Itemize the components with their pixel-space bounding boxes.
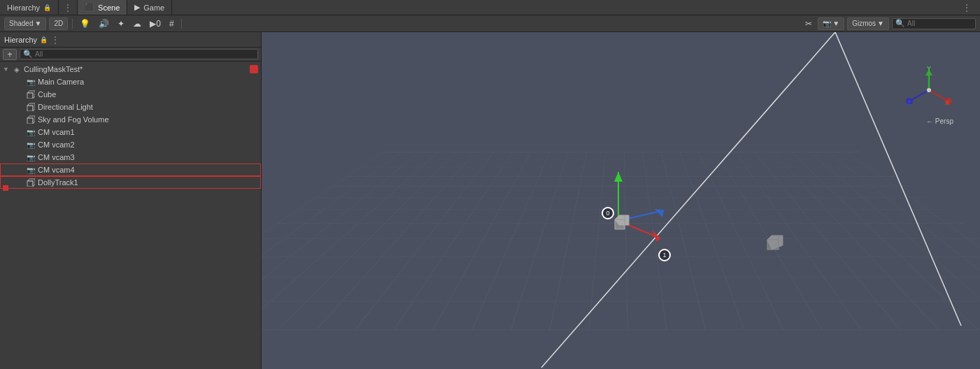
hierarchy-panel-header: Hierarchy 🔒 ⋮ [0, 32, 261, 48]
camera-dropdown[interactable]: 📷 ▼ [818, 17, 844, 30]
waypoint-1-label: 1 [658, 249, 671, 261]
svg-text:X: X [945, 99, 949, 106]
svg-rect-0 [27, 93, 33, 99]
camera-dropdown-arrow: ▼ [832, 20, 839, 27]
gizmos-dropdown[interactable]: Gizmos ▼ [847, 17, 889, 30]
svg-rect-9 [27, 181, 33, 187]
hierarchy-item-label: CM vcam2 [38, 140, 261, 149]
shading-arrow-icon: ▼ [34, 20, 41, 27]
gizmos-label: Gizmos [852, 20, 876, 27]
dolly-object-icon [26, 178, 36, 187]
svg-point-34 [927, 88, 931, 92]
svg-line-32 [910, 90, 929, 101]
scene-audio-btn[interactable]: 🔊 [96, 17, 112, 30]
top-tab-bar: Hierarchy 🔒 ⋮ ⬛ Scene ▶ Game ⋮ [0, 0, 980, 15]
scene-search-box[interactable]: 🔍 [892, 18, 976, 29]
scene-tool-btn[interactable]: ✂ [802, 17, 815, 30]
vcam2-object-icon: 📷 [26, 140, 36, 150]
hierarchy-item-label: Sky and Fog Volume [38, 115, 261, 124]
scene-toolbar: Shaded ▼ 2D 💡 🔊 ✦ ☁ ▶0 # ✂ 📷 ▼ Gizmos ▼ … [0, 15, 980, 32]
list-item[interactable]: 📷 Main Camera [0, 75, 261, 88]
scene-skybox-btn[interactable]: ☁ [130, 17, 144, 30]
scene-canvas [262, 32, 980, 369]
hierarchy-tab-more[interactable]: ⋮ [59, 0, 77, 15]
vcam3-object-icon: 📷 [26, 152, 36, 162]
scene-grid-btn[interactable]: # [166, 17, 177, 30]
game-tab-label: Game [143, 3, 164, 12]
hierarchy-panel-title: Hierarchy [4, 36, 37, 44]
tab-hierarchy[interactable]: Hierarchy 🔒 [0, 0, 59, 15]
svg-rect-6 [27, 118, 33, 124]
volume-object-icon [26, 115, 36, 124]
persp-label: ← Persp [904, 117, 953, 125]
shading-label: Shaded [9, 20, 33, 27]
hierarchy-badge [250, 65, 258, 73]
light-object-icon [26, 102, 36, 112]
cube-object-icon [26, 89, 36, 99]
toolbar-divider-1 [72, 19, 73, 29]
tree-arrow-icon: ▼ [3, 66, 10, 73]
hierarchy-lock-icon: 🔒 [43, 4, 51, 11]
selection-indicator [3, 185, 8, 191]
main-area: Hierarchy 🔒 ⋮ + 🔍 ▼ ◈ CullingMaskTest* [0, 32, 980, 369]
vcam4-object-icon: 📷 [26, 165, 36, 175]
scene-game-tab-section: ⬛ Scene ▶ Game [78, 0, 172, 15]
2d-label: 2D [54, 20, 63, 27]
orientation-gizmo-svg: X Y Z [904, 66, 953, 115]
scene-tab-more[interactable]: ⋮ [958, 2, 976, 13]
list-item[interactable]: 📷 CM vcam2 [0, 138, 261, 151]
scene-tab-label: Scene [98, 3, 120, 12]
scene-search-input[interactable] [907, 20, 970, 27]
tab-scene[interactable]: ⬛ Scene [78, 0, 127, 15]
hierarchy-tab-section: Hierarchy 🔒 ⋮ [0, 0, 78, 15]
scene-search-icon: 🔍 [895, 19, 905, 28]
vcam-object-icon: 📷 [26, 127, 36, 137]
list-item[interactable]: ▼ ◈ CullingMaskTest* [0, 63, 261, 75]
hierarchy-add-button[interactable]: + [3, 49, 17, 60]
hierarchy-item-label: DollyTrack1 [38, 178, 261, 187]
camera-object-icon: 📷 [26, 77, 36, 87]
svg-text:Y: Y [927, 66, 931, 72]
hierarchy-item-label: CM vcam1 [38, 128, 261, 136]
game-tab-icon: ▶ [134, 3, 140, 12]
hierarchy-search-box[interactable]: 🔍 [20, 49, 258, 59]
camera-gizmo-svg [765, 235, 785, 254]
gizmos-arrow-icon: ▼ [877, 20, 884, 27]
scene-tab-icon: ⬛ [85, 3, 94, 12]
list-item[interactable]: 📷 CM vcam3 [0, 151, 261, 164]
scene-view[interactable]: 0 1 [262, 32, 980, 369]
hierarchy-panel: Hierarchy 🔒 ⋮ + 🔍 ▼ ◈ CullingMaskTest* [0, 32, 262, 369]
hierarchy-item-label: Main Camera [38, 78, 261, 86]
hierarchy-item-label: CM vcam4 [38, 166, 261, 174]
list-item[interactable]: Directional Light [0, 101, 261, 113]
tab-game[interactable]: ▶ Game [127, 0, 172, 15]
camera-icon-sm: 📷 [823, 20, 831, 27]
scene-fx-btn[interactable]: ✦ [115, 17, 127, 30]
hierarchy-add-icon: + [7, 50, 12, 59]
scene-light-btn[interactable]: 💡 [77, 17, 93, 30]
hierarchy-item-label: Directional Light [38, 103, 261, 111]
hierarchy-tab-label: Hierarchy [7, 3, 40, 12]
list-item[interactable]: Sky and Fog Volume [0, 113, 261, 126]
list-item[interactable]: 📷 CM vcam1 [0, 126, 261, 138]
scene-orientation-gizmo: X Y Z ← Persp [904, 66, 953, 125]
hierarchy-item-label: CM vcam3 [38, 153, 261, 161]
shading-dropdown[interactable]: Shaded ▼ [4, 17, 46, 30]
hierarchy-panel-lock-icon: 🔒 [40, 36, 48, 43]
scene-toolbar-right: ✂ 📷 ▼ Gizmos ▼ 🔍 [802, 17, 976, 30]
hierarchy-panel-more-btn[interactable]: ⋮ [50, 34, 60, 45]
toolbar-divider-2 [181, 19, 182, 29]
waypoint-0-label: 0 [602, 207, 614, 219]
list-item[interactable]: DollyTrack1 [0, 176, 261, 189]
2d-button[interactable]: 2D [49, 17, 68, 30]
list-item[interactable]: Cube [0, 88, 261, 101]
hierarchy-search-input[interactable] [35, 50, 255, 58]
list-item[interactable]: 📷 CM vcam4 [0, 164, 261, 176]
hierarchy-search-icon: 🔍 [23, 50, 33, 59]
hierarchy-item-label: Cube [38, 90, 261, 99]
hierarchy-item-label: CullingMaskTest* [24, 65, 248, 73]
svg-rect-3 [27, 106, 33, 111]
scene-anim-btn[interactable]: ▶0 [147, 17, 164, 30]
scene-camera-icon [765, 234, 786, 255]
hierarchy-content: ▼ ◈ CullingMaskTest* 📷 Main Camera [0, 62, 261, 369]
